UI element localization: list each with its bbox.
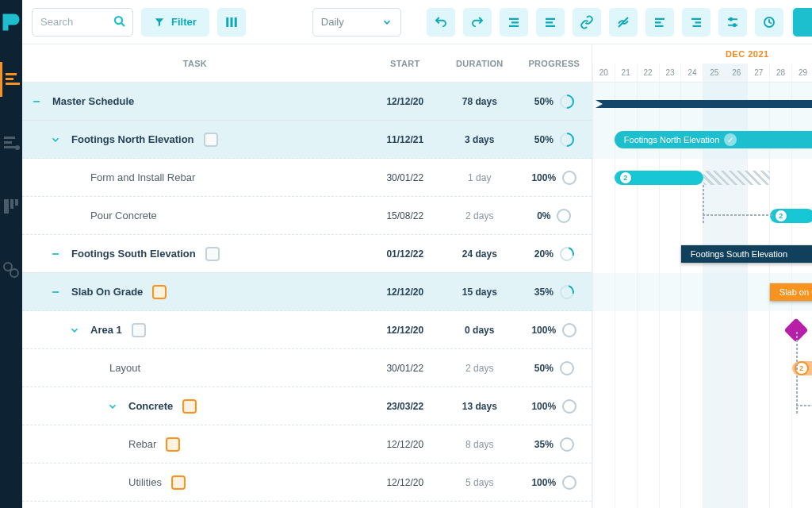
start-cell: 11/12/21: [368, 134, 442, 145]
bar-label: Footings South Elevation: [681, 249, 787, 259]
task-row[interactable]: Slab On Grade12/12/2015 days35%: [22, 273, 592, 311]
badge: 2: [619, 171, 633, 185]
task-row[interactable]: Footings North Elevation11/12/213 days50…: [22, 121, 592, 159]
progress-cell: 20%: [517, 247, 592, 261]
duration-cell: 13 days: [442, 401, 517, 412]
gantt-row[interactable]: 3: [592, 387, 812, 425]
svg-point-10: [4, 263, 12, 271]
day-cell[interactable]: 26: [725, 64, 747, 83]
progress-cell: 50%: [517, 361, 592, 375]
nav-settings[interactable]: [0, 252, 22, 287]
duration-cell: 0 days: [442, 325, 517, 336]
expand-icon[interactable]: [49, 133, 62, 146]
search-box[interactable]: [32, 8, 133, 37]
task-marker[interactable]: [171, 475, 186, 490]
svg-rect-1: [6, 78, 13, 80]
settings-icon-button[interactable]: [718, 8, 747, 37]
indent-button[interactable]: [500, 8, 528, 37]
nav-schedule[interactable]: [0, 125, 22, 160]
gantt-month: DEC 2021: [592, 44, 812, 64]
filter-button[interactable]: Filter: [141, 8, 209, 37]
duration-cell: 2 days: [442, 363, 517, 374]
align-right-button[interactable]: [682, 8, 710, 37]
duration-cell: 3 days: [442, 134, 517, 145]
outdent-button[interactable]: [536, 8, 565, 37]
app-logo: [0, 11, 22, 33]
clock-button[interactable]: [755, 8, 783, 37]
svg-point-33: [733, 24, 736, 26]
zoom-select[interactable]: Daily: [312, 8, 401, 37]
unlink-button[interactable]: [609, 8, 638, 37]
dependency-line: [796, 332, 798, 370]
task-row[interactable]: Concrete23/03/2213 days100%: [22, 387, 592, 425]
task-row[interactable]: Master Schedule12/12/2078 days50%: [22, 83, 592, 121]
progress-cell: 0%: [517, 209, 592, 223]
day-cell[interactable]: 28: [769, 64, 791, 83]
nav-gantt[interactable]: [0, 62, 22, 97]
task-row[interactable]: Utilities12/12/205 days100%: [22, 464, 592, 502]
gantt-row[interactable]: [592, 464, 812, 502]
expand-icon[interactable]: [68, 324, 81, 337]
gantt-bar[interactable]: Footings South Elevation: [681, 245, 812, 263]
filter-icon: [154, 17, 165, 28]
task-marker[interactable]: [152, 285, 167, 299]
duration-cell: 8 days: [442, 439, 517, 450]
gantt-row[interactable]: [592, 311, 812, 349]
task-marker[interactable]: [205, 247, 220, 261]
collapse-icon[interactable]: [49, 248, 62, 260]
svg-rect-17: [509, 17, 519, 19]
link-button[interactable]: [573, 8, 601, 37]
task-row[interactable]: Pour Concrete15/08/222 days0%: [22, 197, 592, 235]
filter-label: Filter: [171, 16, 197, 28]
summary-bar[interactable]: [610, 100, 812, 108]
gantt-row[interactable]: 1: [592, 425, 812, 464]
chevron-down-icon: [381, 17, 393, 28]
task-marker[interactable]: [204, 133, 218, 147]
task-marker[interactable]: [132, 323, 146, 337]
gantt-row[interactable]: Footings North Elevation✓: [592, 121, 812, 159]
col-progress: PROGRESS: [517, 59, 592, 68]
day-cell[interactable]: 25: [703, 64, 725, 83]
task-row[interactable]: Form and Install Rebar30/01/221 day100%: [22, 159, 592, 197]
progress-ring-icon: [557, 91, 576, 111]
day-cell[interactable]: 24: [680, 64, 703, 83]
columns-button[interactable]: [217, 8, 246, 37]
start-cell: 12/12/20: [368, 439, 442, 450]
gantt-chart[interactable]: DEC 2021 2021222324252627282930310102 Fo…: [592, 44, 812, 508]
redo-button[interactable]: [463, 8, 492, 37]
start-cell: 01/12/22: [368, 248, 442, 260]
task-marker[interactable]: [166, 437, 180, 452]
collapse-icon[interactable]: [30, 95, 43, 108]
gantt-bar[interactable]: Slab on Grade: [770, 283, 812, 301]
gantt-row[interactable]: Footings South Elevation: [592, 235, 812, 273]
collapse-icon[interactable]: [49, 286, 62, 298]
start-cell: 12/12/20: [368, 477, 442, 488]
task-row[interactable]: Footings South Elevation01/12/2224 days2…: [22, 235, 592, 273]
day-cell[interactable]: 22: [637, 64, 659, 83]
gantt-bar[interactable]: Footings North Elevation✓: [615, 131, 812, 148]
expand-icon[interactable]: [106, 400, 119, 413]
day-cell[interactable]: 29: [791, 64, 812, 83]
progress-ring-icon: [560, 361, 574, 375]
expand-panel-button[interactable]: [793, 8, 812, 37]
day-cell[interactable]: 27: [747, 64, 769, 83]
undo-button[interactable]: [427, 8, 455, 37]
gantt-row[interactable]: 2: [592, 349, 812, 387]
align-left-button[interactable]: [645, 8, 674, 37]
progress-ring-icon: [560, 437, 574, 452]
task-row[interactable]: Layout30/01/222 days50%: [22, 349, 592, 387]
start-cell: 15/08/22: [368, 210, 442, 221]
col-duration: DURATION: [442, 59, 517, 68]
gantt-row[interactable]: [592, 83, 812, 121]
svg-rect-0: [6, 73, 17, 75]
day-cell[interactable]: 20: [592, 64, 615, 83]
task-row[interactable]: Rebar12/12/208 days35%: [22, 425, 592, 464]
gantt-row[interactable]: Slab on Grade: [592, 273, 812, 311]
task-row[interactable]: Area 112/12/200 days100%: [22, 311, 592, 349]
start-cell: 30/01/22: [368, 172, 442, 183]
progress-ring-icon: [557, 209, 571, 223]
task-marker[interactable]: [182, 399, 197, 414]
nav-templates[interactable]: [0, 189, 22, 224]
day-cell[interactable]: 21: [615, 64, 637, 83]
day-cell[interactable]: 23: [659, 64, 681, 83]
